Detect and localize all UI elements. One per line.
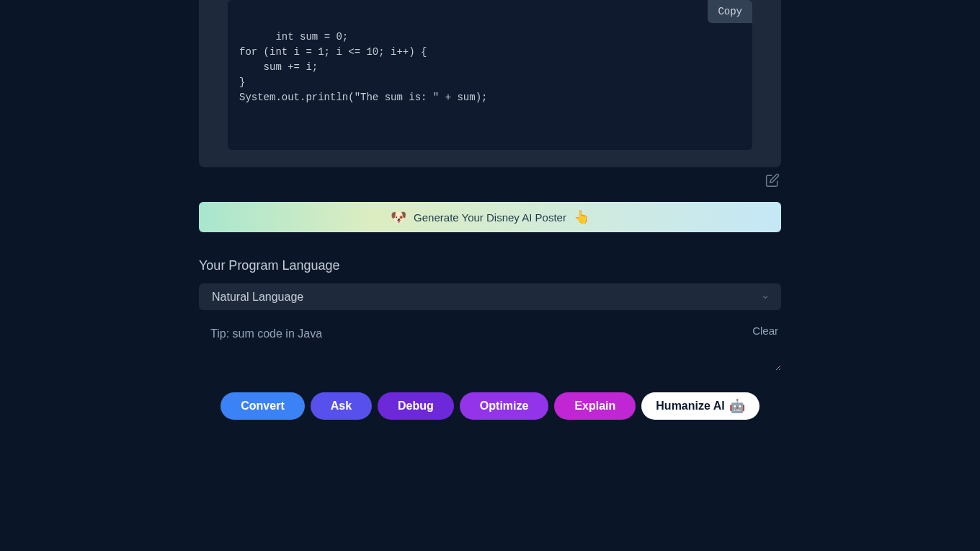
ask-button[interactable]: Ask [311, 392, 372, 420]
edit-icon-wrapper [199, 173, 781, 188]
disney-banner[interactable]: 🐶 Generate Your Disney AI Poster 👆 [199, 202, 781, 232]
robot-icon: 🤖 [729, 398, 745, 414]
language-select-wrapper: Natural Language [199, 283, 781, 310]
code-content: int sum = 0; for (int i = 1; i <= 10; i+… [239, 31, 487, 103]
edit-icon[interactable] [765, 173, 780, 188]
humanize-label: Humanize AI [656, 400, 724, 413]
optimize-button[interactable]: Optimize [460, 392, 549, 420]
code-block: int sum = 0; for (int i = 1; i <= 10; i+… [228, 0, 752, 150]
language-label: Your Program Language [199, 258, 781, 273]
explain-button[interactable]: Explain [554, 392, 636, 420]
clear-button[interactable]: Clear [752, 325, 778, 337]
debug-button[interactable]: Debug [378, 392, 454, 420]
dog-icon: 🐶 [391, 209, 406, 225]
ai-response-card: int sum = 0; for (int i = 1; i <= 10; i+… [199, 0, 781, 167]
convert-button[interactable]: Convert [220, 392, 304, 420]
banner-text: Generate Your Disney AI Poster [414, 211, 566, 224]
language-select[interactable]: Natural Language [199, 283, 781, 310]
pointer-icon: 👆 [574, 209, 589, 225]
action-buttons-row: Convert Ask Debug Optimize Explain Human… [199, 392, 781, 420]
code-input-wrapper: Clear [199, 317, 781, 374]
humanize-button[interactable]: Humanize AI 🤖 [641, 392, 759, 420]
copy-button[interactable]: Copy [708, 0, 752, 23]
code-input[interactable] [199, 317, 781, 371]
